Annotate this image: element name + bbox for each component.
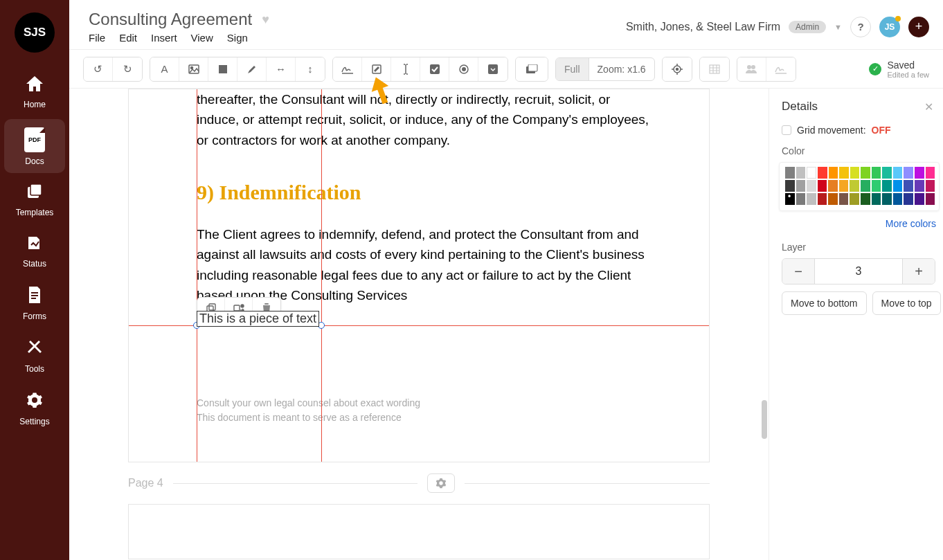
color-swatch[interactable] (872, 167, 881, 179)
color-swatch[interactable] (818, 167, 827, 179)
color-swatch[interactable] (839, 193, 849, 205)
color-swatch[interactable] (785, 180, 795, 192)
section-heading[interactable]: 9) Indemnification (197, 177, 654, 209)
color-swatch[interactable] (785, 193, 795, 205)
color-swatch[interactable] (807, 193, 816, 205)
color-swatch[interactable] (926, 180, 935, 192)
app-logo[interactable]: SJS (15, 12, 55, 53)
color-swatch[interactable] (818, 193, 827, 205)
color-swatch[interactable] (915, 180, 924, 192)
text-cursor-button[interactable] (391, 57, 420, 81)
color-swatch[interactable] (828, 180, 838, 192)
color-swatch[interactable] (861, 167, 870, 179)
menu-view[interactable]: View (191, 32, 213, 44)
color-swatch[interactable] (829, 167, 838, 179)
color-swatch[interactable] (926, 167, 935, 179)
color-swatch[interactable] (872, 180, 881, 192)
color-swatch[interactable] (872, 193, 881, 205)
color-swatch[interactable] (926, 193, 935, 205)
color-swatch[interactable] (893, 167, 903, 179)
color-swatch[interactable] (807, 167, 816, 179)
avatar[interactable]: JS (879, 17, 900, 37)
vertical-guide[interactable] (197, 89, 197, 462)
color-swatch[interactable] (796, 167, 806, 179)
color-swatch[interactable] (882, 167, 892, 179)
scrollbar-thumb[interactable] (762, 400, 767, 439)
radio-field-button[interactable] (449, 57, 478, 81)
color-swatch[interactable] (893, 193, 903, 205)
document-title[interactable]: Consulting Agreement (89, 10, 252, 29)
color-swatch[interactable] (904, 193, 913, 205)
color-swatch[interactable] (785, 167, 795, 179)
checkbox-field-button[interactable] (420, 57, 449, 81)
dropdown-field-button[interactable] (478, 57, 508, 81)
color-swatch[interactable] (839, 180, 849, 192)
color-swatch[interactable] (807, 180, 816, 192)
color-swatch[interactable] (796, 193, 806, 205)
body-paragraph[interactable]: thereafter, the Consultant will not, dir… (197, 89, 654, 150)
sidebar-item-home[interactable]: Home (4, 68, 65, 116)
layers-button[interactable] (516, 57, 548, 81)
close-panel-button[interactable]: ✕ (924, 100, 933, 114)
color-swatch[interactable] (861, 180, 870, 192)
sidebar-item-tools[interactable]: Tools (4, 331, 65, 381)
text-tool-button[interactable]: A (150, 57, 179, 81)
locate-button[interactable] (663, 57, 692, 81)
color-swatch[interactable] (850, 193, 859, 205)
layer-value[interactable]: 3 (814, 259, 903, 284)
zoom-control[interactable]: Full Zoom: x1.6 (555, 57, 655, 81)
image-tool-button[interactable] (179, 57, 208, 81)
highlighter-button[interactable] (237, 57, 267, 81)
menu-file[interactable]: File (89, 32, 105, 44)
color-swatch[interactable] (904, 167, 913, 179)
redo-button[interactable]: ↻ (113, 57, 142, 81)
color-swatch[interactable] (904, 180, 913, 192)
color-swatch[interactable] (893, 180, 903, 192)
vertical-resize-button[interactable]: ↕ (296, 57, 325, 81)
menu-sign[interactable]: Sign (227, 32, 248, 44)
color-swatch[interactable] (882, 180, 892, 192)
color-swatch[interactable] (915, 167, 924, 179)
layer-decrement-button[interactable]: − (782, 259, 814, 284)
edit-field-button[interactable] (362, 57, 391, 81)
undo-button[interactable]: ↺ (84, 57, 113, 81)
selected-text-element[interactable]: This is a piece of text (197, 311, 319, 327)
sidebar-item-settings[interactable]: Settings (4, 383, 65, 433)
body-paragraph[interactable]: The Client agrees to indemnify, defend, … (197, 224, 654, 306)
sidebar-item-status[interactable]: Status (4, 227, 65, 276)
sidebar-item-templates[interactable]: Templates (4, 176, 65, 224)
color-swatch[interactable] (850, 180, 859, 192)
color-swatch[interactable] (796, 180, 806, 192)
color-swatch[interactable] (861, 193, 870, 205)
sign-request-button[interactable] (766, 57, 796, 81)
color-swatch[interactable] (818, 180, 827, 192)
svg-rect-4 (31, 298, 36, 299)
color-swatch[interactable] (850, 167, 860, 179)
grid-movement-checkbox[interactable] (782, 125, 791, 135)
color-swatch[interactable] (915, 193, 924, 205)
color-swatch[interactable] (882, 193, 892, 205)
sidebar-item-forms[interactable]: Forms (4, 278, 65, 328)
sidebar-item-docs[interactable]: PDF Docs (4, 119, 65, 173)
vertical-guide[interactable] (321, 89, 322, 462)
table-button[interactable] (700, 57, 729, 81)
menu-edit[interactable]: Edit (119, 32, 137, 44)
favorite-icon[interactable]: ♥ (262, 12, 269, 27)
zoom-full-button[interactable]: Full (556, 58, 589, 80)
move-to-bottom-button[interactable]: Move to bottom (782, 291, 867, 315)
more-colors-link[interactable]: More colors (782, 218, 936, 229)
move-to-top-button[interactable]: Move to top (872, 291, 941, 315)
zoom-value[interactable]: Zoom: x1.6 (589, 58, 654, 80)
help-button[interactable]: ? (850, 17, 871, 37)
page-settings-button[interactable] (427, 473, 455, 493)
shape-tool-button[interactable] (208, 57, 237, 81)
firm-caret-icon[interactable]: ▼ (834, 23, 842, 31)
color-swatch[interactable] (828, 193, 838, 205)
layer-increment-button[interactable]: + (903, 259, 935, 284)
color-swatch[interactable] (839, 167, 849, 179)
menu-insert[interactable]: Insert (151, 32, 177, 44)
add-button[interactable]: + (908, 17, 929, 37)
collaborators-button[interactable] (737, 57, 766, 81)
horizontal-resize-button[interactable]: ↔ (267, 57, 296, 81)
signature-button[interactable] (333, 57, 362, 81)
